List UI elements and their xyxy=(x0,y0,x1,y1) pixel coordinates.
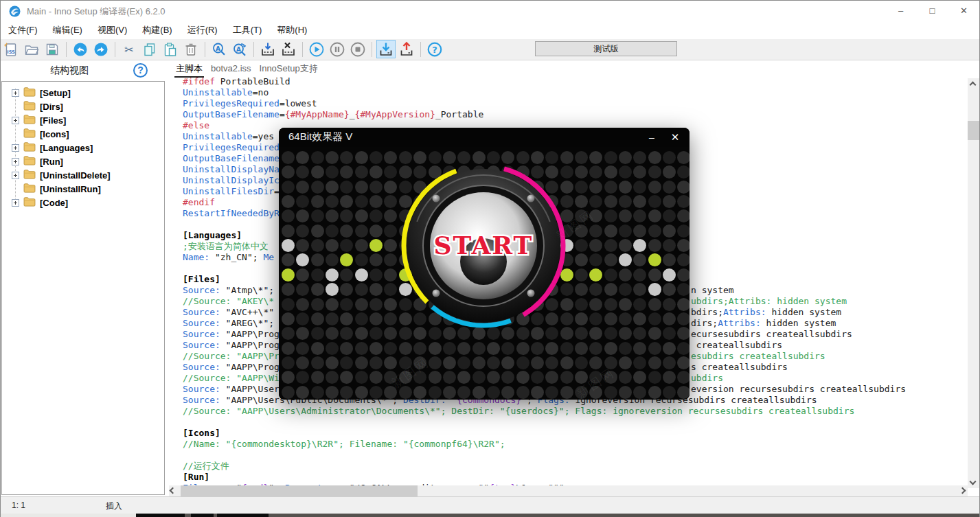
code-token: UninstallFilesDir xyxy=(183,186,274,196)
tree-item-label: [Files] xyxy=(40,114,66,128)
dot xyxy=(633,312,646,325)
code-token: Me xyxy=(263,252,274,262)
code-token: //Source: "AAPP\Pr xyxy=(183,351,280,361)
dot xyxy=(648,327,661,340)
dot xyxy=(472,386,486,399)
dot xyxy=(663,386,676,399)
expand-plus-icon[interactable] xyxy=(12,199,19,207)
dot xyxy=(589,327,602,340)
export-button[interactable] xyxy=(397,40,416,58)
code-line: //运行文件 xyxy=(183,461,968,472)
folder-icon xyxy=(23,196,36,207)
copy-icon xyxy=(141,41,158,58)
dot xyxy=(648,165,661,179)
menu-item[interactable]: 文件(F) xyxy=(1,21,45,39)
dot xyxy=(531,356,544,369)
tab-InnoSetup支持[interactable]: InnoSetup支持 xyxy=(258,60,319,76)
test-version-button[interactable]: 测试版 xyxy=(535,41,677,56)
compile-button[interactable] xyxy=(258,40,277,58)
horizontal-scroll-thumb[interactable] xyxy=(181,485,418,496)
dot xyxy=(619,371,632,384)
maximize-button[interactable]: □ xyxy=(917,1,948,21)
menu-item[interactable]: 视图(V) xyxy=(90,21,135,39)
pause-button[interactable] xyxy=(328,40,347,58)
expand-plus-icon[interactable] xyxy=(12,144,19,152)
dialog-minimize-button[interactable]: – xyxy=(643,128,661,147)
code-token: _Portable xyxy=(435,109,483,119)
tree-item-label: [UninstallDelete] xyxy=(40,169,111,183)
close-button[interactable]: ✕ xyxy=(948,1,979,21)
code-token: =no xyxy=(253,87,269,97)
tree-item-setup[interactable]: [Setup] xyxy=(2,86,164,100)
tree-item-code[interactable]: [Code] xyxy=(2,196,164,209)
dot xyxy=(589,165,602,179)
vertical-scroll-thumb[interactable] xyxy=(968,121,979,140)
menu-item[interactable]: 运行(R) xyxy=(180,21,225,39)
save-file-button[interactable] xyxy=(43,40,62,58)
dot xyxy=(663,253,676,266)
open-file-button[interactable] xyxy=(22,40,41,58)
expand-plus-icon[interactable] xyxy=(12,172,19,179)
dot xyxy=(311,371,324,384)
dot xyxy=(545,356,558,369)
dot xyxy=(531,342,544,355)
replace-button[interactable]: A xyxy=(230,40,249,58)
cut-button[interactable]: ✂ xyxy=(119,40,139,58)
dot xyxy=(575,253,588,266)
menu-item[interactable]: 帮助(H) xyxy=(269,21,315,39)
tree-item-icons[interactable]: [Icons] xyxy=(2,127,164,141)
dot xyxy=(575,195,588,208)
expand-plus-icon[interactable] xyxy=(12,117,19,124)
code-token: n system xyxy=(691,285,734,295)
new-script-button[interactable]: ISS xyxy=(1,40,21,58)
expand-plus-icon[interactable] xyxy=(12,158,19,165)
vertical-scrollbar[interactable] xyxy=(968,78,979,488)
tree-item-uninstalldelete[interactable]: [UninstallDelete] xyxy=(2,168,164,182)
dot xyxy=(589,151,602,164)
help-circle-icon[interactable]: ? xyxy=(133,63,148,78)
scroll-down-icon[interactable] xyxy=(970,479,977,485)
tree-item-dirs[interactable]: [Dirs] xyxy=(2,100,164,113)
redo-button[interactable] xyxy=(91,40,111,58)
help-button[interactable]: ? xyxy=(425,40,444,58)
tree-item-languages[interactable]: [Languages] xyxy=(2,141,164,154)
dot xyxy=(326,181,339,194)
resize-grip[interactable] xyxy=(971,506,977,512)
run-button[interactable] xyxy=(307,40,326,58)
menu-item[interactable]: 编辑(E) xyxy=(45,21,90,39)
dot xyxy=(340,195,353,208)
dot xyxy=(619,225,632,238)
scroll-left-icon[interactable] xyxy=(170,487,176,494)
horizontal-scrollbar[interactable] xyxy=(169,485,968,496)
minimize-button[interactable]: – xyxy=(885,1,916,21)
tree-item-uninstallrun[interactable]: [UninstallRun] xyxy=(2,182,164,196)
dot xyxy=(326,386,339,399)
import-button[interactable] xyxy=(376,40,396,58)
scroll-up-icon[interactable] xyxy=(970,82,977,89)
code-line: PrivilegesRequired=lowest xyxy=(183,98,968,109)
code-token: Source: xyxy=(183,285,220,295)
tree-item-run[interactable]: [Run] xyxy=(2,154,164,168)
find-button[interactable]: A xyxy=(209,40,229,58)
dot xyxy=(677,165,690,179)
dialog-close-button[interactable]: ✕ xyxy=(666,128,684,147)
delete-button[interactable] xyxy=(181,40,201,58)
dot xyxy=(575,165,588,179)
stop-compile-button[interactable] xyxy=(279,40,298,58)
paste-button[interactable] xyxy=(161,40,180,58)
menu-item[interactable]: 工具(T) xyxy=(225,21,270,39)
undo-button[interactable] xyxy=(71,40,90,58)
dot xyxy=(589,283,602,296)
tab-主脚本[interactable]: 主脚本 xyxy=(174,60,204,78)
speaker-start-button[interactable]: START xyxy=(398,160,569,332)
expand-plus-icon[interactable] xyxy=(12,89,19,97)
tab-botva2.iss[interactable]: botva2.iss xyxy=(209,61,253,75)
taskbar-segment xyxy=(191,514,214,517)
copy-button[interactable] xyxy=(140,40,159,58)
title-bar: Main - Inno Setup 编译器(Ex) 6.2.0 – □ ✕ xyxy=(1,1,979,21)
menu-item[interactable]: 构建(B) xyxy=(135,21,179,39)
scroll-right-icon[interactable] xyxy=(959,487,966,494)
dot xyxy=(677,298,690,311)
stop-button[interactable] xyxy=(348,40,367,58)
tree-item-files[interactable]: [Files] xyxy=(2,113,164,127)
